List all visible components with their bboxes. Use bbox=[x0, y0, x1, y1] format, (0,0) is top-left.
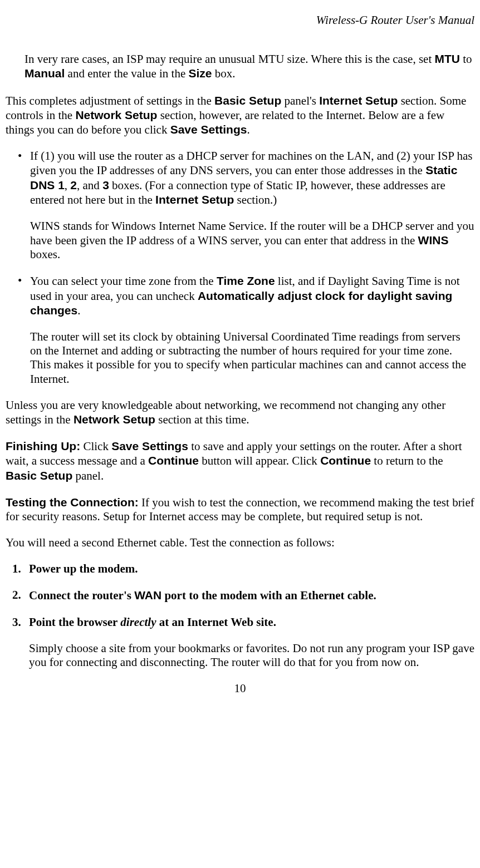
text: Click bbox=[80, 440, 111, 453]
step-3-body: Simply choose a site from your bookmarks… bbox=[29, 642, 474, 669]
step-3: Point the browser directly at an Interne… bbox=[12, 615, 474, 670]
bullet-list: If (1) you will use the router as a DHCP… bbox=[16, 149, 474, 386]
text: to bbox=[460, 52, 472, 66]
bold-2: 2 bbox=[70, 179, 77, 191]
bold-manual: Manual bbox=[25, 67, 65, 80]
text: section.) bbox=[234, 193, 277, 206]
bold-continue-2: Continue bbox=[320, 454, 371, 467]
text: . bbox=[77, 304, 80, 317]
sub-paragraph-clock: The router will set its clock by obtaini… bbox=[30, 330, 474, 386]
bullet-item-dns: If (1) you will use the router as a DHCP… bbox=[16, 149, 474, 262]
text: If (1) you will use the router as a DHCP… bbox=[30, 149, 473, 177]
text: WINS stands for Windows Internet Name Se… bbox=[30, 219, 474, 247]
bold-save-settings-2: Save Settings bbox=[111, 440, 188, 452]
text: at an Internet Web site. bbox=[156, 615, 276, 629]
text: Point the browser bbox=[29, 615, 120, 629]
text: , and bbox=[77, 179, 102, 192]
bold-basic-setup: Basic Setup bbox=[214, 94, 281, 107]
sub-paragraph-wins: WINS stands for Windows Internet Name Se… bbox=[30, 219, 474, 262]
text: Connect the router's bbox=[29, 589, 134, 602]
step-1-text: Power up the modem. bbox=[29, 562, 138, 575]
bold-size: Size bbox=[189, 67, 212, 80]
text: . bbox=[247, 123, 249, 136]
text: , bbox=[65, 179, 71, 192]
italic-directly: directly bbox=[120, 615, 156, 629]
paragraph-mtu: In very rare cases, an ISP may require a… bbox=[25, 52, 474, 81]
bold-3: 3 bbox=[102, 179, 109, 191]
step-1: Power up the modem. bbox=[12, 562, 474, 576]
text: and enter the value in the bbox=[65, 67, 188, 80]
steps-list: Power up the modem. Connect the router's… bbox=[12, 562, 474, 669]
lead-finishing-up: Finishing Up: bbox=[6, 440, 80, 452]
bold-continue: Continue bbox=[148, 454, 199, 467]
paragraph-second-cable: You will need a second Ethernet cable. T… bbox=[6, 536, 474, 550]
bold-internet-setup: Internet Setup bbox=[319, 94, 398, 107]
text: to return to the bbox=[371, 454, 443, 467]
text: You can select your time zone from the bbox=[30, 274, 217, 288]
text: This completes adjustment of settings in… bbox=[6, 94, 214, 107]
bold-time-zone: Time Zone bbox=[217, 274, 275, 287]
page-number: 10 bbox=[6, 682, 474, 696]
text: port to the modem with an Ethernet cable… bbox=[161, 589, 376, 602]
bold-mtu: MTU bbox=[435, 52, 461, 65]
paragraph-unless: Unless you are very knowledgeable about … bbox=[6, 398, 474, 427]
bold-save-settings: Save Settings bbox=[170, 123, 247, 136]
text: panel's bbox=[281, 94, 319, 107]
paragraph-testing: Testing the Connection: If you wish to t… bbox=[6, 495, 474, 524]
bold-wan: WAN bbox=[134, 589, 161, 601]
text: panel. bbox=[72, 469, 104, 482]
bold-internet-setup-2: Internet Setup bbox=[155, 193, 234, 206]
lead-testing: Testing the Connection: bbox=[6, 496, 139, 509]
paragraph-finishing-up: Finishing Up: Click Save Settings to sav… bbox=[6, 439, 474, 483]
text: button will appear. Click bbox=[199, 454, 320, 467]
page-header: Wireless-G Router User's Manual bbox=[6, 13, 474, 27]
bullet-item-timezone: You can select your time zone from the T… bbox=[16, 274, 474, 386]
bold-wins: WINS bbox=[418, 234, 449, 246]
text: section at this time. bbox=[155, 413, 249, 426]
bold-network-setup: Network Setup bbox=[75, 108, 157, 121]
step-2: Connect the router's WAN port to the mod… bbox=[12, 588, 474, 603]
paragraph-completes: This completes adjustment of settings in… bbox=[6, 93, 474, 137]
text: In very rare cases, an ISP may require a… bbox=[25, 52, 435, 66]
bold-network-setup-2: Network Setup bbox=[74, 413, 155, 426]
text: box. bbox=[212, 67, 236, 80]
bold-basic-setup-2: Basic Setup bbox=[6, 469, 72, 482]
text: boxes. bbox=[30, 248, 60, 261]
